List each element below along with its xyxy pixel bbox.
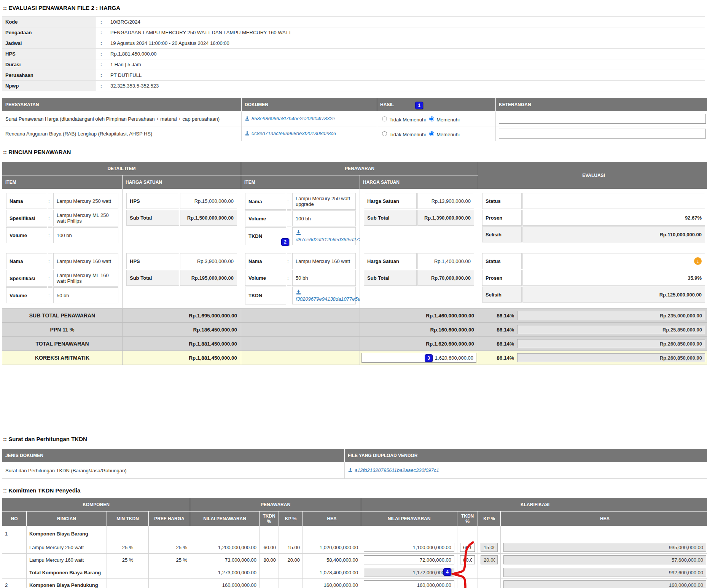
col-kp-pct: KP % [478, 512, 501, 526]
radio-memenuhi[interactable]: Memenuhi [427, 117, 460, 123]
col-rincian: RINCIAN [27, 512, 107, 526]
download-icon [296, 230, 301, 237]
evaluasi-status [522, 193, 705, 209]
table-row: Pengadaan:PENGADAAN LAMPU MERCURY 250 WA… [2, 27, 705, 38]
klarifikasi-nilai-input[interactable] [364, 555, 454, 564]
table-row: Durasi:1 Hari | 5 Jam [2, 59, 705, 70]
col-harga-satuan: HARGA SATUAN [123, 175, 241, 189]
penawaran-subtotal: Rp.70,000,000.00 [417, 270, 474, 286]
col-hea: HEA [303, 512, 361, 526]
table-row: Surat Penawaran Harga (ditandatangani ol… [2, 112, 707, 126]
keterangan-input[interactable] [499, 114, 706, 124]
penawaran-subtotal: Rp.1,390,000,000.00 [417, 210, 474, 226]
col-file-diupload: FILE YANG DIUPLOAD VENDOR [345, 449, 707, 462]
koreksi-aritmatik-row: KOREKSI ARITMATIK Rp.1,881,450,000.00 3 … [2, 351, 707, 365]
col-dokumen: DOKUMEN [242, 98, 377, 112]
klarifikasi-nilai-input[interactable] [364, 543, 454, 552]
annotation-badge-3: 3 [425, 354, 433, 362]
table-row: Perusahaan:PT DUTIFULL [2, 70, 705, 81]
info-label: Durasi [2, 59, 96, 70]
table-row: Lampu Mercury 160 watt 25 % 25 % 73,000,… [2, 554, 707, 566]
col-keterangan: KETERANGAN [496, 98, 707, 112]
info-label: Pengadaan [2, 27, 96, 38]
persyaratan-table: PERSYARATAN DOKUMEN HASIL 1 KETERANGAN S… [2, 97, 707, 141]
klarifikasi-nilai-field [364, 568, 454, 577]
item-volume: 50 bh [53, 287, 118, 303]
table-header-row: PERSYARATAN DOKUMEN HASIL 1 KETERANGAN [2, 98, 707, 112]
info-value: 1 Hari | 5 Jam [107, 59, 705, 70]
klarifikasi-hea-field [503, 555, 706, 564]
penawaran-harga-satuan: Rp.13,900,000.00 [417, 193, 474, 209]
document-link[interactable]: 0c8ed71aacfe63968de3f201308d28c6 [245, 131, 336, 136]
info-value: Rp.1,881,450,000.00 [107, 49, 705, 59]
koreksi-aritmatik-input[interactable] [361, 353, 476, 363]
table-header-row: DETAIL ITEM PENAWARAN EVALUASI [2, 162, 707, 175]
item-spesifikasi: Lampu Mercury ML 160 watt Philips [53, 270, 118, 287]
komponen-name: Lampu Mercury 160 watt [27, 554, 107, 566]
evaluasi-selisih: Rp.125,000,000.00 [522, 287, 705, 303]
table-header-row: JENIS DOKUMEN FILE YANG DIUPLOAD VENDOR [2, 449, 707, 462]
item-row: NamaLampu Mercury 160 watt SpesifikasiLa… [2, 249, 707, 309]
rincian-table: DETAIL ITEM PENAWARAN EVALUASI ITEM HARG… [2, 161, 707, 365]
info-label: Jadwal [2, 38, 96, 49]
info-label: Npwp [2, 81, 96, 91]
komponen-name: Total Komponen Biaya Barang [27, 566, 107, 579]
total-penawaran: Rp.1,620,600,000.00 [360, 337, 478, 351]
radio-memenuhi-input[interactable] [429, 116, 434, 121]
annotation-badge-2: 2 [281, 238, 289, 246]
item-subtotal: Rp.195,000,000.00 [180, 270, 237, 286]
radio-tidak-memenuhi-input[interactable] [382, 116, 387, 121]
jenis-dokumen: Surat dan Perhitungan TKDN (Barang/Jasa/… [2, 462, 345, 479]
document-link[interactable]: 858e986066a8f7b4be2c209f04f7832e [245, 116, 335, 121]
table-header-row: NO RINCIAN MIN TKDN PREF HARGA NILAI PEN… [2, 512, 707, 526]
radio-memenuhi[interactable]: Memenuhi [427, 132, 460, 137]
penawaran-volume: 50 bh [292, 270, 356, 286]
komitmen-table-wrapper: KOMPONEN PENAWARAN KLARIFIKASI NO RINCIA… [2, 497, 705, 588]
evaluasi-prosen: 92.67% [522, 210, 705, 226]
komponen-name: Lampu Mercury 250 watt [27, 541, 107, 554]
download-icon [245, 131, 250, 137]
col-evaluasi: EVALUASI [478, 162, 707, 189]
evaluasi-status: ↓ [522, 253, 705, 269]
col-penawaran: PENAWARAN [241, 162, 478, 175]
col-persyaratan: PERSYARATAN [2, 98, 242, 112]
klarifikasi-tkdn-input[interactable] [460, 543, 475, 552]
table-row: 1 Komponen Biaya Barang [2, 526, 707, 541]
col-tkdn-pct: TKDN % [457, 512, 478, 526]
total-prosen: 86.14% [482, 341, 514, 347]
col-hea: HEA [501, 512, 707, 526]
annotation-badge-1: 1 [415, 102, 423, 109]
download-icon [348, 468, 353, 474]
info-value: 10/BRG/2024 [107, 17, 705, 27]
radio-tidak-memenuhi[interactable]: Tidak Memenuhi [380, 117, 426, 123]
page-title: :: EVALUASI PENAWARAN FILE 2 : HARGA [3, 5, 705, 11]
total-row: TOTAL PENAWARAN Rp.1,881,450,000.00 Rp.1… [2, 337, 707, 351]
radio-tidak-memenuhi-input[interactable] [382, 131, 387, 136]
radio-memenuhi-input[interactable] [429, 131, 434, 136]
radio-tidak-memenuhi[interactable]: Tidak Memenuhi [380, 132, 426, 137]
penawaran-volume: 100 bh [292, 210, 356, 226]
item-spesifikasi: Lampu Mercury ML 250 watt Philips [53, 210, 118, 226]
komitmen-section-title: :: Komitmen TKDN Penyedia [3, 487, 705, 494]
col-nilai-penawaran: NILAI PENAWARAN [190, 512, 260, 526]
info-label: Kode [2, 17, 96, 27]
col-harga-satuan: HARGA SATUAN [360, 175, 478, 189]
table-row: Lampu Mercury 250 watt 25 % 25 % 1,200,0… [2, 541, 707, 554]
tender-info-table: Kode:10/BRG/2024 Pengadaan:PENGADAAN LAM… [2, 16, 705, 91]
table-row: Surat dan Perhitungan TKDN (Barang/Jasa/… [2, 462, 707, 479]
col-jenis-dokumen: JENIS DOKUMEN [2, 449, 345, 462]
tkdn-file-link[interactable]: f30209679e94138da1077e5efa43ea82 [296, 296, 360, 302]
subtotal-penawaran: Rp.1,460,000,000.00 [360, 309, 478, 323]
item-row: NamaLampu Mercury 250 watt SpesifikasiLa… [2, 189, 707, 249]
rincian-section-title: :: RINCIAN PENAWARAN [3, 149, 705, 155]
penawaran-nama: Lampu Mercury 250 watt upgrade [292, 193, 356, 210]
keterangan-input[interactable] [499, 129, 706, 139]
klarifikasi-tkdn-input[interactable] [460, 555, 475, 564]
item-hps: Rp.3,900,000.00 [180, 253, 237, 269]
info-value: PT DUTIFULL [107, 70, 705, 81]
tkdn-file-link[interactable]: d87ce6d2df312b6ed36f5d27293bf234 [296, 237, 360, 242]
komponen-name: Komponen Biaya Barang [27, 526, 107, 541]
koreksi-detail: Rp.1,881,450,000.00 [123, 351, 241, 365]
tkdn-surat-link[interactable]: a12fd21320795611ba2aaec320f097c1 [348, 467, 439, 473]
klarifikasi-nilai-input[interactable] [364, 580, 454, 588]
